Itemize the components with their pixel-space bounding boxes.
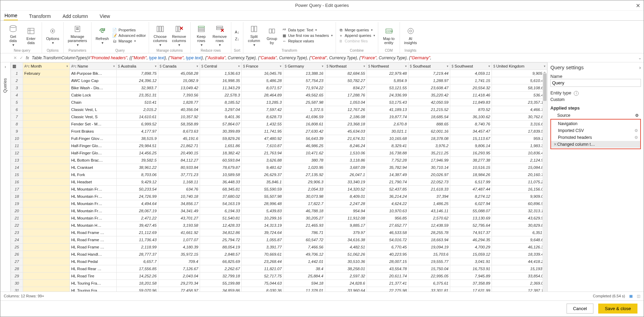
cell-value[interactable]: 8,071.57	[242, 84, 283, 92]
cell-value[interactable]: 30,710.14	[408, 164, 450, 171]
cell-value[interactable]: 8,740.76	[450, 121, 492, 128]
cell-value[interactable]: 50,233.54	[116, 186, 158, 193]
cell-value[interactable]: 25,884.4	[283, 273, 325, 280]
cell-value[interactable]: 11,821.07	[242, 265, 283, 273]
cell-value[interactable]: 2,670.8	[367, 121, 408, 128]
cell-value[interactable]: 43,629.91	[492, 215, 547, 222]
cell-value[interactable]: 4,180.39	[158, 244, 200, 251]
cell-value[interactable]: 2,054.33	[283, 186, 325, 193]
cell-month[interactable]	[23, 200, 70, 207]
cell-value[interactable]: 15,750.04	[408, 265, 450, 273]
cell-month[interactable]	[23, 99, 70, 106]
cell-value[interactable]: 5,854.9	[367, 77, 408, 84]
filter-icon[interactable]: ▾	[66, 64, 68, 68]
cell-value[interactable]: 82,684.55	[325, 70, 367, 77]
cell-value[interactable]: 24,828.6	[325, 280, 367, 287]
cell-value[interactable]: 2,247.28	[325, 200, 367, 207]
row-number[interactable]: 24	[11, 236, 23, 244]
cell-value[interactable]: 11,741.95	[242, 128, 283, 135]
cell-name[interactable]: HL Mountain Fr…	[70, 186, 116, 193]
cell-value[interactable]: 42,050.59	[408, 99, 450, 106]
cell-value[interactable]: 1,432.55	[242, 121, 283, 128]
cell-value[interactable]: 14,456.25	[116, 150, 158, 157]
cell-value[interactable]: 11,912.08	[325, 215, 367, 222]
cell-month[interactable]	[23, 171, 70, 178]
cell-value[interactable]: 52,717.75	[242, 273, 283, 280]
cell-month[interactable]	[23, 207, 70, 215]
split-column-button[interactable]: Split column▾	[246, 23, 262, 48]
cell-value[interactable]: 29,984.51	[116, 142, 158, 150]
cell-value[interactable]: 11,075.22	[492, 178, 547, 186]
cell-value[interactable]: 51,540.81	[200, 215, 241, 222]
cell-value[interactable]: 17,839.51	[492, 128, 547, 135]
corner-cell[interactable]: ▦	[11, 63, 23, 70]
cell-value[interactable]: 16,738.88	[367, 150, 408, 157]
cell-value[interactable]: 28,007.15	[367, 258, 408, 265]
cell-name[interactable]: HL Touring Fra	[70, 287, 116, 292]
cell-value[interactable]: 27,135.92	[283, 171, 325, 178]
cell-value[interactable]: 18,339.44	[492, 251, 547, 258]
sort-asc-button[interactable]: A↓	[235, 30, 240, 34]
row-number[interactable]: 27	[11, 258, 23, 265]
cell-value[interactable]: 6,770.45	[367, 244, 408, 251]
filter-icon[interactable]: ▾	[405, 64, 407, 68]
cell-value[interactable]: 36,100.62	[450, 113, 492, 121]
cell-name[interactable]: HL Touring Fra…	[70, 280, 116, 287]
cell-value[interactable]: 36,448.33	[200, 178, 241, 186]
get-data-button[interactable]: Get data▾	[5, 23, 21, 48]
cell-month[interactable]	[23, 251, 70, 258]
cell-value[interactable]: 4,494.64	[116, 200, 158, 207]
col-header-southeast[interactable]: $Southeast▾	[408, 63, 450, 70]
row-number[interactable]: 23	[11, 229, 23, 236]
cell-value[interactable]: 35,846.1	[242, 178, 283, 186]
cell-value[interactable]: 6,999.52	[116, 121, 158, 128]
cell-value[interactable]: 1,828.77	[158, 99, 200, 106]
cell-value[interactable]: 9,909.02	[492, 193, 547, 200]
cell-value[interactable]: 28,996.48	[242, 200, 283, 207]
cell-value[interactable]: 33,854.03	[492, 273, 547, 280]
formula-cancel-icon[interactable]: ✕	[13, 55, 17, 60]
cell-value[interactable]: 1,536.63	[200, 70, 241, 77]
table-row[interactable]: 10Full-Finger Glov…38,515.945,191.659,82…	[11, 135, 547, 142]
cell-value[interactable]: 18,382.42	[200, 150, 241, 157]
filter-icon[interactable]: ▾	[363, 64, 365, 68]
cell-value[interactable]: 43,701.27	[158, 215, 200, 222]
cell-name[interactable]: AWC Logo Cap	[70, 77, 116, 84]
cell-value[interactable]: 5,610.46	[492, 77, 547, 84]
cell-name[interactable]: HL Mountain Fr…	[70, 207, 116, 215]
filter-icon[interactable]: ▾	[447, 64, 448, 68]
table-row[interactable]: 27HL Road Pedal6,657.7709.466,825.6923,2…	[11, 258, 547, 265]
options-button[interactable]: Options▾	[45, 25, 61, 45]
cell-value[interactable]: 47,487.44	[450, 186, 492, 193]
table-row[interactable]: 14HL Crankset38,961.2280,933.8478,679.87…	[11, 164, 547, 171]
filter-icon[interactable]: ▾	[238, 64, 240, 68]
cell-value[interactable]: 21,790.74	[367, 178, 408, 186]
cell-value[interactable]: 9,429.12	[116, 178, 158, 186]
cell-value[interactable]: 7,219.44	[408, 70, 450, 77]
cell-value[interactable]: 46,126.37	[492, 244, 547, 251]
cell-value[interactable]: 49,562.65	[283, 92, 325, 99]
cell-name[interactable]: Classic Vest, L	[70, 106, 116, 113]
cell-value[interactable]: 2,043.04	[158, 273, 200, 280]
cell-value[interactable]: 34,616.38	[325, 236, 367, 244]
filter-icon[interactable]: ▾	[113, 64, 115, 68]
row-number[interactable]: 31	[11, 287, 23, 292]
cell-month[interactable]	[23, 265, 70, 273]
merge-queries-button[interactable]: ⧉Merge queries▾	[339, 28, 373, 32]
table-row[interactable]: 31HL Touring Fra59 070 9672 458 9734 859…	[11, 287, 547, 292]
cell-value[interactable]: 66,825.69	[200, 258, 241, 265]
filter-icon[interactable]: ▾	[280, 64, 282, 68]
cell-month[interactable]	[23, 222, 70, 229]
cell-value[interactable]: 37,771.23	[158, 171, 200, 178]
row-number[interactable]: 17	[11, 186, 23, 193]
cell-value[interactable]: 870.52	[450, 106, 492, 113]
cell-value[interactable]: 8,185.52	[200, 99, 241, 106]
cell-value[interactable]: 30,399.89	[200, 128, 241, 135]
col-header-name[interactable]: AᴮcName▾	[70, 63, 116, 70]
cell-value[interactable]: 2,118.99	[116, 244, 158, 251]
cell-name[interactable]: HL Road Pedal	[70, 258, 116, 265]
cell-value[interactable]: 40,356.04	[158, 106, 200, 113]
cell-value[interactable]: 12 387 13	[492, 287, 547, 292]
cell-value[interactable]: 46,986.25	[283, 142, 325, 150]
cell-value[interactable]: 16,753.91	[450, 265, 492, 273]
